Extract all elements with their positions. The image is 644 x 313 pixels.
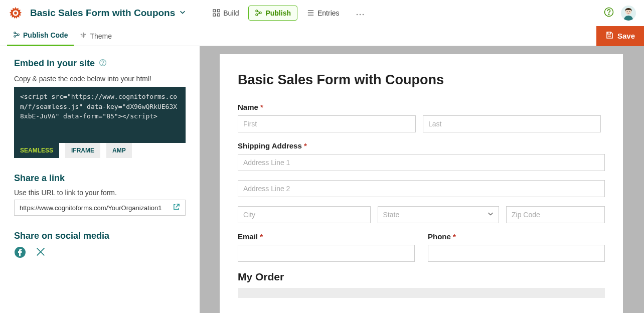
svg-point-5 [256, 14, 258, 16]
nav-entries[interactable]: Entries [300, 6, 346, 21]
save-icon [605, 31, 613, 41]
build-icon [213, 9, 220, 17]
top-header: Basic Sales Form with Coupons Build Publ… [0, 0, 644, 26]
form-heading: Basic Sales Form with Coupons [238, 72, 605, 88]
nav-entries-label: Entries [317, 9, 340, 17]
save-label: Save [617, 32, 635, 40]
share-link-subtitle: Use this URL to link to your form. [14, 189, 186, 197]
svg-point-20 [102, 64, 103, 65]
zip-input[interactable] [506, 206, 605, 223]
tab-publish-code[interactable]: Publish Code [7, 26, 74, 46]
main-content: Embed in your site Copy & paste the code… [0, 46, 644, 313]
last-name-input[interactable] [423, 115, 601, 132]
sub-nav: Publish Code Theme Save [0, 26, 644, 46]
publish-sidebar: Embed in your site Copy & paste the code… [0, 46, 200, 313]
form-title: Basic Sales Form with Coupons [30, 8, 175, 19]
email-label: Email * [238, 232, 415, 241]
order-block [238, 288, 605, 298]
state-select[interactable] [378, 206, 500, 223]
nav-build-label: Build [223, 9, 239, 17]
svg-rect-1 [218, 10, 220, 12]
city-input[interactable] [238, 206, 371, 223]
shipping-label: Shipping Address * [238, 141, 605, 150]
external-link-icon[interactable] [173, 203, 180, 212]
form-preview: Basic Sales Form with Coupons Name * Shi… [220, 54, 623, 313]
phone-label: Phone * [428, 232, 605, 241]
phone-input[interactable] [428, 245, 605, 262]
embed-code-box[interactable]: <script src="https://www.cognitoforms.co… [14, 87, 186, 143]
tab-amp[interactable]: AMP [106, 143, 132, 158]
tab-theme-label: Theme [90, 32, 112, 40]
form-title-dropdown[interactable]: Basic Sales Form with Coupons [30, 8, 186, 19]
svg-point-15 [629, 11, 630, 12]
share-url: https://www.cognitoforms.com/YourOrganiz… [20, 204, 169, 212]
chevron-down-icon [179, 9, 186, 18]
share-url-box[interactable]: https://www.cognitoforms.com/YourOrganiz… [14, 200, 186, 216]
user-avatar[interactable] [621, 6, 636, 21]
entries-icon [307, 9, 314, 17]
publish-icon [255, 9, 262, 17]
address-line-2-input[interactable] [238, 180, 605, 197]
tab-theme[interactable]: Theme [74, 26, 118, 46]
embed-help-icon[interactable] [99, 59, 107, 69]
theme-icon [80, 32, 87, 40]
embed-title: Embed in your site [14, 58, 95, 69]
save-button[interactable]: Save [596, 26, 644, 46]
embed-subtitle: Copy & paste the code below into your ht… [14, 75, 186, 83]
name-label: Name * [238, 103, 605, 111]
embed-tabs: SEAMLESS IFRAME AMP [14, 143, 186, 158]
nav-build[interactable]: Build [206, 6, 245, 21]
svg-point-9 [362, 14, 364, 15]
svg-point-17 [14, 35, 16, 37]
svg-point-4 [256, 10, 258, 12]
help-icon[interactable] [604, 7, 614, 19]
share-link-title: Share a link [14, 173, 186, 184]
app-logo[interactable] [8, 6, 23, 21]
nav-publish-label: Publish [265, 9, 291, 17]
social-icons [14, 246, 186, 260]
svg-rect-2 [213, 14, 216, 16]
x-twitter-icon[interactable] [35, 246, 46, 260]
svg-point-6 [260, 12, 262, 14]
svg-rect-0 [213, 10, 216, 12]
first-name-input[interactable] [238, 115, 416, 132]
tab-publish-code-label: Publish Code [23, 31, 68, 39]
form-preview-wrap: Basic Sales Form with Coupons Name * Shi… [200, 46, 644, 313]
state-input[interactable] [378, 206, 500, 223]
tab-seamless[interactable]: SEAMLESS [14, 143, 59, 158]
social-title: Share on social media [14, 231, 186, 241]
nav-publish[interactable]: Publish [248, 6, 297, 21]
svg-rect-3 [218, 14, 220, 16]
svg-point-7 [356, 14, 358, 15]
address-line-1-input[interactable] [238, 154, 605, 171]
share-nodes-icon [13, 31, 20, 40]
more-menu[interactable] [353, 6, 367, 21]
top-nav: Build Publish Entries [206, 6, 367, 21]
tab-iframe[interactable]: IFRAME [65, 143, 100, 158]
facebook-icon[interactable] [14, 246, 26, 260]
email-input[interactable] [238, 245, 415, 262]
svg-point-8 [359, 14, 361, 15]
my-order-heading: My Order [238, 271, 605, 283]
svg-point-18 [18, 34, 20, 36]
header-right [604, 6, 636, 21]
svg-point-16 [14, 32, 16, 34]
svg-point-14 [627, 11, 628, 12]
svg-point-11 [608, 14, 609, 14]
